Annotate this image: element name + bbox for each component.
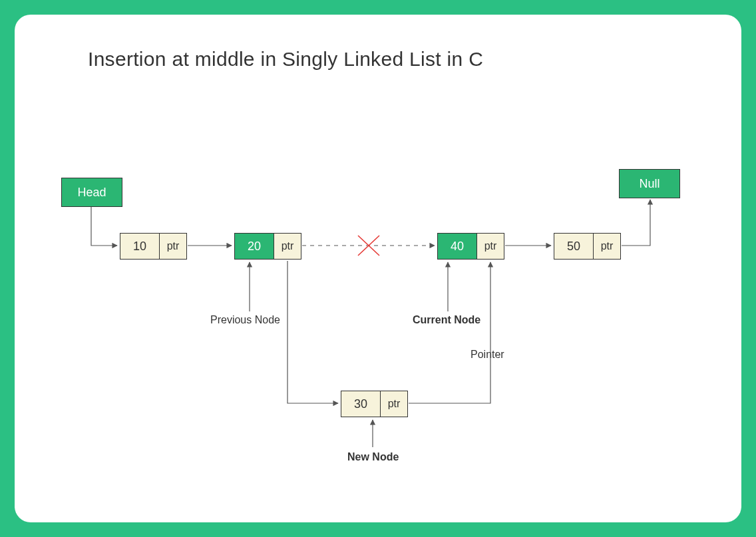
node-20-ptr: ptr [274, 234, 301, 259]
current-node-label: Current Node [413, 314, 480, 326]
node-50-ptr: ptr [594, 234, 620, 259]
broken-link-cross-icon [358, 236, 379, 256]
node-10: 10 ptr [120, 233, 187, 260]
node-30-ptr: ptr [381, 391, 407, 417]
node-20: 20 ptr [234, 233, 301, 260]
node-10-ptr: ptr [160, 234, 186, 259]
arrow-head-to-10 [91, 207, 117, 246]
svg-line-0 [358, 236, 379, 256]
new-node-label: New Node [347, 451, 399, 463]
head-box: Head [61, 178, 122, 207]
node-40-ptr: ptr [477, 234, 504, 259]
node-10-value: 10 [120, 234, 160, 259]
svg-line-1 [358, 236, 379, 256]
node-30-value: 30 [341, 391, 381, 417]
arrow-50-to-null [622, 200, 650, 246]
pointer-label: Pointer [471, 349, 504, 361]
head-label: Head [77, 186, 106, 200]
diagram-canvas: Insertion at middle in Singly Linked Lis… [15, 15, 741, 522]
arrow-30-to-40 [409, 262, 490, 403]
node-20-value: 20 [235, 234, 274, 259]
node-40: 40 ptr [437, 233, 504, 260]
node-50-value: 50 [554, 234, 594, 259]
node-40-value: 40 [438, 234, 477, 259]
node-30: 30 ptr [341, 391, 408, 417]
diagram-title: Insertion at middle in Singly Linked Lis… [88, 48, 483, 71]
previous-node-label: Previous Node [210, 314, 280, 326]
node-50: 50 ptr [554, 233, 621, 260]
null-label: Null [639, 177, 660, 191]
outer-frame: Insertion at middle in Singly Linked Lis… [0, 0, 756, 537]
null-box: Null [619, 169, 680, 198]
arrow-20-to-30 [287, 261, 338, 403]
connectors-svg [15, 15, 741, 522]
